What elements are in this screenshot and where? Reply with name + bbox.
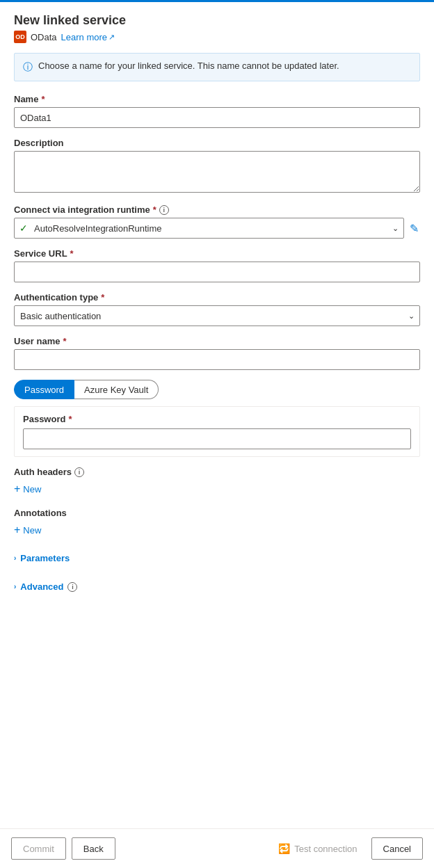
service-icon: OD bbox=[14, 31, 26, 43]
annotations-label: Annotations bbox=[14, 508, 67, 518]
back-button[interactable]: Back bbox=[72, 837, 115, 860]
user-name-label: User name bbox=[14, 336, 60, 346]
auth-type-select[interactable]: Basic authentication Anonymous OAuth2 Se… bbox=[14, 305, 420, 326]
description-input[interactable] bbox=[14, 151, 420, 193]
auth-type-label: Authentication type bbox=[14, 292, 98, 303]
password-tab[interactable]: Password bbox=[14, 380, 74, 399]
auth-headers-info-icon: i bbox=[74, 467, 84, 477]
external-link-icon: ↗ bbox=[108, 33, 115, 42]
chevron-right-advanced-icon: › bbox=[14, 583, 16, 590]
user-name-input[interactable] bbox=[14, 349, 420, 370]
service-url-required: * bbox=[70, 248, 74, 259]
chevron-right-parameters-icon: › bbox=[14, 554, 16, 562]
edit-runtime-button[interactable]: ✎ bbox=[408, 220, 420, 236]
advanced-collapsible[interactable]: › Advanced i bbox=[14, 577, 77, 596]
connect-select[interactable]: AutoResolveIntegrationRuntime bbox=[14, 218, 404, 239]
azure-key-vault-tab[interactable]: Azure Key Vault bbox=[74, 380, 159, 399]
parameters-collapsible[interactable]: › Parameters bbox=[14, 549, 70, 568]
service-url-label: Service URL bbox=[14, 248, 67, 259]
learn-more-link[interactable]: Learn more ↗ bbox=[61, 32, 115, 42]
password-input[interactable] bbox=[23, 428, 411, 449]
new-annotation-button[interactable]: + New bbox=[14, 521, 41, 539]
name-input[interactable] bbox=[14, 107, 420, 128]
password-required: * bbox=[68, 414, 72, 424]
name-required: * bbox=[41, 94, 45, 104]
name-label: Name bbox=[14, 94, 38, 104]
password-section-label: Password bbox=[23, 414, 65, 424]
advanced-info-icon: i bbox=[67, 582, 77, 592]
service-type-label: OData bbox=[31, 32, 57, 42]
plus-icon: + bbox=[14, 483, 20, 495]
description-label: Description bbox=[14, 138, 64, 148]
user-name-required: * bbox=[63, 336, 66, 346]
auth-type-required: * bbox=[101, 292, 104, 303]
plus-annotation-icon: + bbox=[14, 524, 20, 536]
info-icon: ⓘ bbox=[23, 61, 33, 74]
connect-label: Connect via integration runtime bbox=[14, 204, 150, 215]
commit-button[interactable]: Commit bbox=[11, 837, 66, 860]
cancel-button[interactable]: Cancel bbox=[371, 837, 423, 860]
connect-required: * bbox=[153, 204, 156, 215]
test-connection-icon: 🔁 bbox=[278, 843, 290, 854]
auth-headers-label: Auth headers bbox=[14, 467, 72, 477]
service-url-input[interactable] bbox=[14, 262, 420, 282]
test-connection-button[interactable]: 🔁 Test connection bbox=[270, 837, 365, 860]
info-banner-text: Choose a name for your linked service. T… bbox=[38, 61, 339, 71]
new-header-button[interactable]: + New bbox=[14, 480, 41, 498]
connect-info-icon: i bbox=[159, 205, 169, 215]
page-title: New linked service bbox=[14, 13, 420, 28]
